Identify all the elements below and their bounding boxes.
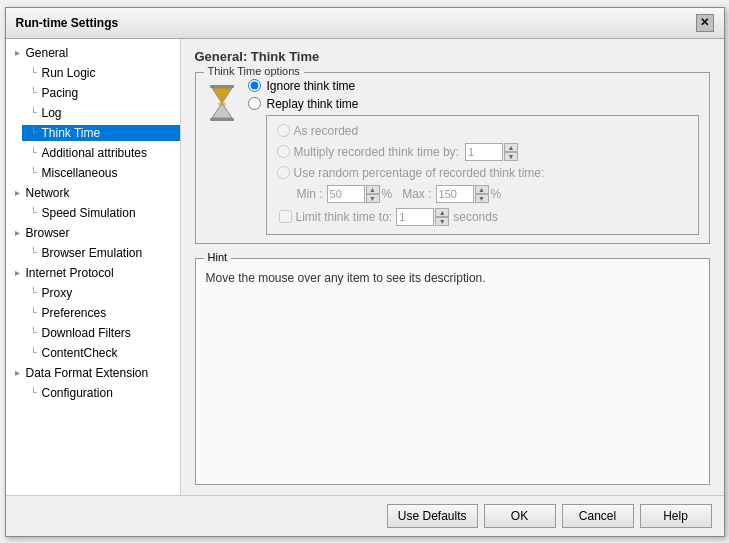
ok-button[interactable]: OK <box>484 504 556 528</box>
sidebar-label: Network <box>26 186 70 200</box>
connector-icon: └ <box>26 287 42 298</box>
limit-up-button[interactable]: ▲ <box>435 208 449 217</box>
replay-radio[interactable] <box>248 97 261 110</box>
connector-icon: └ <box>26 107 42 118</box>
sidebar-label: Browser <box>26 226 70 240</box>
sidebar-label: Additional attributes <box>42 146 147 160</box>
limit-label: Limit think time to: <box>296 210 393 224</box>
sidebar-label: Pacing <box>42 86 79 100</box>
sidebar-item-configuration[interactable]: └ Configuration <box>6 383 180 403</box>
connector-icon: ▸ <box>10 187 26 198</box>
sidebar-item-additional-attributes[interactable]: └ Additional attributes <box>6 143 180 163</box>
random-pct-radio[interactable] <box>277 166 290 179</box>
max-value-input[interactable] <box>436 185 474 203</box>
multiply-radio[interactable] <box>277 145 290 158</box>
use-defaults-button[interactable]: Use Defaults <box>387 504 478 528</box>
hint-text: Move the mouse over any item to see its … <box>206 271 699 285</box>
svg-point-2 <box>218 102 226 106</box>
help-button[interactable]: Help <box>640 504 712 528</box>
sidebar-item-internet-protocol[interactable]: ▸ Internet Protocol <box>6 263 180 283</box>
sidebar-label: Speed Simulation <box>42 206 136 220</box>
section-title: General: Think Time <box>195 49 710 64</box>
sidebar-label: Think Time <box>42 126 101 140</box>
min-down-button[interactable]: ▼ <box>366 194 380 203</box>
ignore-radio[interactable] <box>248 79 261 92</box>
multiply-label: Multiply recorded think time by: <box>294 145 459 159</box>
footer: Use Defaults OK Cancel Help <box>6 495 724 536</box>
connector-icon: └ <box>26 247 42 258</box>
limit-value-input[interactable] <box>396 208 434 226</box>
think-time-options-legend: Think Time options <box>204 65 304 77</box>
sidebar-item-preferences[interactable]: └ Preferences <box>6 303 180 323</box>
multiply-spinner: ▲ ▼ <box>465 143 518 161</box>
sidebar-label: Run Logic <box>42 66 96 80</box>
limit-down-button[interactable]: ▼ <box>435 217 449 226</box>
multiply-down-button[interactable]: ▼ <box>504 152 518 161</box>
limit-spinner-control: ▲ ▼ <box>396 208 449 226</box>
run-time-settings-dialog: Run-time Settings ✕ ▸ General └ Run Logi… <box>5 7 725 537</box>
min-spinner: ▲ ▼ <box>327 185 380 203</box>
connector-icon: ▸ <box>10 267 26 278</box>
sidebar-item-browser-emulation[interactable]: └ Browser Emulation <box>6 243 180 263</box>
sidebar-item-pacing[interactable]: └ Pacing <box>6 83 180 103</box>
max-pct: % <box>491 187 502 201</box>
limit-spinner-buttons: ▲ ▼ <box>435 208 449 226</box>
limit-row: Limit think time to: ▲ ▼ <box>279 208 688 226</box>
random-pct-label: Use random percentage of recorded think … <box>294 166 545 180</box>
sidebar-item-browser[interactable]: ▸ Browser <box>6 223 180 243</box>
min-value-input[interactable] <box>327 185 365 203</box>
hourglass-icon <box>206 83 238 126</box>
minmax-row: Min : ▲ ▼ % Max : <box>297 185 688 203</box>
connector-icon: └ <box>26 307 42 318</box>
replay-label[interactable]: Replay think time <box>267 97 359 111</box>
sidebar-item-proxy[interactable]: └ Proxy <box>6 283 180 303</box>
min-up-button[interactable]: ▲ <box>366 185 380 194</box>
connector-icon: └ <box>26 87 42 98</box>
ignore-label[interactable]: Ignore think time <box>267 79 356 93</box>
connector-icon: └ <box>26 147 42 158</box>
dialog-body: ▸ General └ Run Logic └ Pacing └ L <box>6 39 724 495</box>
sidebar-item-data-format-extension[interactable]: ▸ Data Format Extension <box>6 363 180 383</box>
random-pct-row: Use random percentage of recorded think … <box>277 166 688 180</box>
max-spinner-buttons: ▲ ▼ <box>475 185 489 203</box>
main-panel: General: Think Time Think Time options <box>181 39 724 495</box>
sidebar-label: Preferences <box>42 306 107 320</box>
sidebar-item-think-time[interactable]: └ Think Time <box>6 123 180 143</box>
replay-sub-box: As recorded Multiply recorded think time… <box>266 115 699 235</box>
options-with-icon: Ignore think time Replay think time <box>206 79 699 235</box>
cancel-button[interactable]: Cancel <box>562 504 634 528</box>
limit-checkbox[interactable] <box>279 210 292 223</box>
min-label: Min : <box>297 187 323 201</box>
max-label: Max : <box>402 187 431 201</box>
connector-icon: └ <box>26 127 42 138</box>
sidebar-item-content-check[interactable]: └ ContentCheck <box>6 343 180 363</box>
sidebar-item-general[interactable]: ▸ General <box>6 43 180 63</box>
sidebar-item-log[interactable]: └ Log <box>6 103 180 123</box>
sidebar-label: Browser Emulation <box>42 246 143 260</box>
max-spinner: ▲ ▼ <box>436 185 489 203</box>
min-spinner-buttons: ▲ ▼ <box>366 185 380 203</box>
close-button[interactable]: ✕ <box>696 14 714 32</box>
sidebar-label: Log <box>42 106 62 120</box>
sidebar-item-miscellaneous[interactable]: └ Miscellaneous <box>6 163 180 183</box>
sidebar-item-download-filters[interactable]: └ Download Filters <box>6 323 180 343</box>
sidebar-item-speed-simulation[interactable]: └ Speed Simulation <box>6 203 180 223</box>
dialog-title: Run-time Settings <box>16 16 119 30</box>
multiply-spinner-buttons: ▲ ▼ <box>504 143 518 161</box>
sidebar-item-run-logic[interactable]: └ Run Logic <box>6 63 180 83</box>
connector-icon: ▸ <box>10 227 26 238</box>
sidebar-item-network[interactable]: ▸ Network <box>6 183 180 203</box>
as-recorded-radio[interactable] <box>277 124 290 137</box>
connector-icon: └ <box>26 167 42 178</box>
multiply-row: Multiply recorded think time by: ▲ ▼ <box>277 143 688 161</box>
connector-icon: ▸ <box>10 367 26 378</box>
max-up-button[interactable]: ▲ <box>475 185 489 194</box>
max-down-button[interactable]: ▼ <box>475 194 489 203</box>
sidebar-label: ContentCheck <box>42 346 118 360</box>
multiply-up-button[interactable]: ▲ <box>504 143 518 152</box>
ignore-think-time-row: Ignore think time <box>248 79 699 93</box>
sidebar-label: Data Format Extension <box>26 366 149 380</box>
as-recorded-label: As recorded <box>294 124 359 138</box>
multiply-value-input[interactable] <box>465 143 503 161</box>
as-recorded-row: As recorded <box>277 124 688 138</box>
